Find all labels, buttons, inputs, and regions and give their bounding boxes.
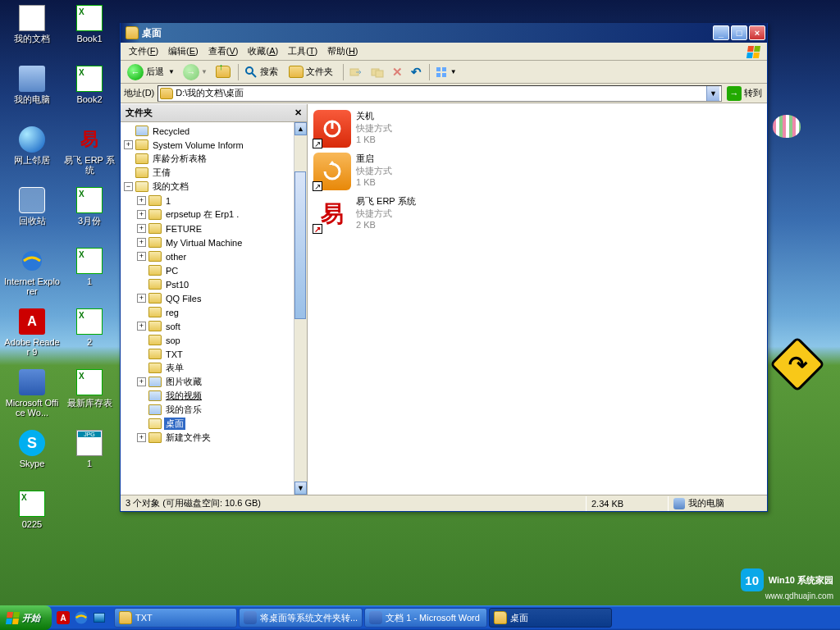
desktop-icon[interactable]: Book1 [61, 3, 118, 64]
folder-tree[interactable]: Recycled+System Volume Inform库龄分析表格王倩−我的… [121, 122, 294, 495]
delete-button[interactable]: ✕ [389, 63, 406, 81]
file-item[interactable]: 易↗易飞 ERP 系统快捷方式2 KB [311, 193, 764, 235]
tree-node[interactable]: +新建文件夹 [137, 431, 294, 445]
desktop-icon[interactable]: Internet Explorer [3, 246, 61, 307]
tree-node[interactable]: +图片收藏 [137, 375, 294, 389]
desktop-icon[interactable]: 1 [61, 246, 118, 307]
tree-node[interactable]: +System Volume Inform [124, 138, 294, 152]
file-list[interactable]: ↗关机快捷方式1 KB↗重启快捷方式1 KB易↗易飞 ERP 系统快捷方式2 K… [308, 104, 767, 495]
taskbar-task[interactable]: 将桌面等系统文件夹转... [239, 608, 363, 628]
back-button[interactable]: ← 后退 ▼ [124, 63, 178, 81]
scroll-thumb[interactable] [294, 171, 306, 319]
chevron-down-icon: ▼ [450, 68, 457, 75]
tree-expander[interactable]: + [137, 210, 146, 219]
tree-expander[interactable]: + [137, 196, 146, 205]
go-button[interactable]: → 转到 [725, 85, 764, 102]
menu-t[interactable]: 工具(T) [283, 43, 322, 59]
up-button[interactable]: ↑ [212, 63, 234, 81]
tree-node[interactable]: 库龄分析表格 [124, 152, 294, 166]
tree-node[interactable]: +FETURE [137, 221, 294, 235]
forward-button[interactable]: → ▼ [180, 63, 211, 81]
taskbar-task[interactable]: TXT [114, 608, 237, 628]
desktop-icon[interactable]: 我的电脑 [3, 64, 61, 125]
folders-button[interactable]: 文件夹 [285, 63, 339, 81]
tree-expander[interactable]: + [124, 140, 133, 149]
tree-node[interactable]: 我的音乐 [137, 403, 294, 417]
close-button[interactable]: × [749, 25, 765, 40]
file-item[interactable]: ↗重启快捷方式1 KB [311, 150, 764, 193]
file-item[interactable]: ↗关机快捷方式1 KB [311, 107, 764, 150]
desktop-icon[interactable]: 回收站 [3, 185, 61, 246]
tree-expander[interactable]: + [137, 294, 146, 303]
scroll-up-button[interactable]: ▲ [294, 122, 307, 135]
tree-node[interactable]: 表单 [137, 361, 294, 375]
tree-expander[interactable]: − [124, 182, 133, 191]
desktop-icon[interactable]: 易易飞 ERP 系统 [61, 125, 118, 185]
tree-node[interactable]: +My Virtual Machine [137, 235, 294, 249]
address-dropdown-button[interactable]: ▼ [706, 86, 719, 101]
tree-node[interactable]: sop [137, 333, 294, 347]
tree-node[interactable]: 我的视频 [137, 389, 294, 403]
desktop-icon[interactable]: Book2 [61, 64, 118, 125]
desktop-icon[interactable]: 0225 [3, 489, 61, 550]
forward-arrow-icon: → [183, 64, 199, 80]
folder-icon [135, 167, 148, 178]
tree-expander[interactable]: + [137, 377, 146, 386]
scroll-down-button[interactable]: ▼ [294, 482, 307, 495]
desktop-icon[interactable]: 我的文档 [3, 3, 61, 64]
tree-node[interactable]: 王倩 [124, 166, 294, 180]
desktop-icons-area: 我的文档我的电脑网上邻居回收站Internet ExplorerAAdobe R… [0, 0, 131, 574]
search-button[interactable]: 搜索 [241, 63, 284, 81]
move-icon [349, 66, 363, 79]
copy-to-button[interactable] [368, 63, 387, 81]
tree-node[interactable]: +erpsetup 在 Erp1 . [137, 208, 294, 221]
move-to-button[interactable] [346, 63, 366, 81]
ql-ie[interactable] [73, 609, 89, 627]
desktop-icon[interactable]: 2 [61, 307, 118, 368]
tree-node[interactable]: +other [137, 249, 294, 263]
svg-rect-6 [436, 67, 441, 71]
tree-node[interactable]: Pst10 [137, 277, 294, 291]
menu-a[interactable]: 收藏(A) [243, 43, 283, 59]
desktop-icon[interactable]: SSkype [3, 428, 61, 489]
address-combo[interactable]: ▼ [158, 85, 722, 102]
menu-f[interactable]: 文件(F) [124, 43, 163, 59]
desktop-icon[interactable]: Microsoft Office Wo... [3, 368, 61, 428]
address-input[interactable] [176, 89, 706, 98]
vertical-scrollbar[interactable]: ▲ ▼ [294, 122, 307, 495]
ql-pdf[interactable]: A [55, 609, 71, 627]
folder-icon [148, 418, 162, 429]
desktop-icon[interactable]: 网上邻居 [3, 125, 61, 185]
tree-node[interactable]: +QQ Files [137, 291, 294, 305]
menu-v[interactable]: 查看(V) [203, 43, 244, 59]
desktop-icon[interactable]: 1 [61, 428, 118, 489]
tree-expander[interactable]: + [137, 238, 146, 247]
desktop-icon[interactable]: 最新库存表 [61, 368, 118, 428]
tree-node[interactable]: PC [137, 263, 294, 277]
taskbar-task[interactable]: 桌面 [489, 608, 612, 628]
menu-e[interactable]: 编辑(E) [163, 43, 203, 59]
titlebar[interactable]: 桌面 _ □ × [121, 23, 767, 43]
desktop-icon[interactable]: 3月份 [61, 185, 118, 246]
maximize-button[interactable]: □ [731, 25, 747, 40]
start-button[interactable]: 开始 [0, 605, 52, 630]
tree-expander[interactable]: + [137, 433, 146, 442]
tree-node[interactable]: Recycled [124, 124, 294, 138]
close-pane-button[interactable]: ✕ [294, 107, 302, 118]
tree-node[interactable]: +soft [137, 319, 294, 333]
taskbar-task[interactable]: 文档 1 - Microsoft Word [364, 608, 487, 628]
ql-desktop[interactable] [91, 609, 107, 627]
tree-node[interactable]: TXT [137, 347, 294, 361]
minimize-button[interactable]: _ [713, 25, 729, 40]
tree-node[interactable]: reg [137, 305, 294, 319]
menu-h[interactable]: 帮助(H) [322, 43, 363, 59]
tree-node[interactable]: −我的文档 [124, 180, 294, 194]
tree-expander[interactable]: + [137, 322, 146, 331]
views-button[interactable]: ▼ [432, 63, 460, 81]
tree-node[interactable]: 桌面 [137, 417, 294, 431]
undo-button[interactable]: ↶ [408, 63, 425, 81]
tree-expander[interactable]: + [137, 224, 146, 233]
desktop-icon[interactable]: AAdobe Reader 9 [3, 307, 61, 368]
tree-expander[interactable]: + [137, 252, 146, 261]
tree-node[interactable]: +1 [137, 194, 294, 208]
